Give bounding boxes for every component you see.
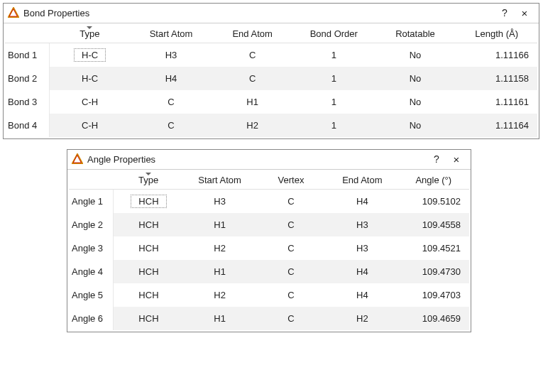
cell-end[interactable]: H3: [327, 213, 397, 236]
bond-titlebar: Bond Properties ? ×: [4, 4, 539, 23]
cell-length[interactable]: 1.11164: [456, 114, 537, 137]
cell-end[interactable]: C: [212, 67, 293, 90]
angle-col-vertex[interactable]: Vertex: [256, 171, 327, 190]
cell-type[interactable]: HCH: [113, 190, 184, 214]
row-label: Angle 1: [69, 190, 113, 214]
help-button[interactable]: ?: [427, 152, 446, 166]
cell-start[interactable]: H4: [131, 67, 212, 90]
row-label: Bond 2: [5, 67, 49, 90]
cell-length[interactable]: 1.11158: [456, 67, 537, 90]
cell-angle[interactable]: 109.4521: [398, 236, 469, 260]
cell-start[interactable]: H1: [184, 307, 255, 330]
table-row[interactable]: Bond 3 C-H C H1 1 No 1.11161: [5, 90, 537, 114]
bond-col-start[interactable]: Start Atom: [131, 25, 212, 43]
obscured-text: [131, 141, 540, 148]
cell-order[interactable]: 1: [293, 67, 375, 90]
help-button[interactable]: ?: [495, 6, 515, 20]
cell-start[interactable]: H1: [184, 260, 255, 283]
app-icon: [8, 7, 19, 18]
row-label: Bond 4: [5, 114, 49, 137]
table-row[interactable]: Bond 2 H-C H4 C 1 No 1.11158: [5, 67, 537, 90]
angle-titlebar: Angle Properties ? ×: [67, 150, 471, 170]
close-button[interactable]: ×: [515, 6, 534, 20]
cell-end[interactable]: H4: [327, 190, 397, 214]
cell-vertex[interactable]: C: [256, 190, 327, 214]
row-label: Angle 2: [69, 213, 113, 236]
angle-properties-dialog: Angle Properties ? × Type Start Atom Ver…: [67, 149, 471, 332]
cell-start[interactable]: C: [131, 90, 212, 114]
cell-type[interactable]: HCH: [113, 283, 184, 307]
cell-vertex[interactable]: C: [256, 236, 327, 260]
cell-type[interactable]: C-H: [49, 114, 131, 137]
row-label: Angle 4: [69, 260, 113, 283]
bond-title: Bond Properties: [23, 8, 89, 18]
bond-col-rotatable[interactable]: Rotatable: [375, 25, 456, 43]
bond-col-length[interactable]: Length (Å): [456, 25, 537, 43]
cell-start[interactable]: H2: [184, 236, 255, 260]
row-label: Angle 5: [69, 283, 113, 307]
angle-table: Type Start Atom Vertex End Atom Angle (°…: [69, 171, 469, 330]
table-row[interactable]: Angle 1 HCH H3 C H4 109.5102: [69, 190, 469, 214]
bond-properties-dialog: Bond Properties ? × Type Start Atom End …: [3, 3, 539, 139]
cell-end[interactable]: H4: [327, 283, 397, 307]
table-row[interactable]: Angle 5 HCH H2 C H4 109.4703: [69, 283, 469, 307]
cell-vertex[interactable]: C: [256, 283, 327, 307]
angle-col-angle[interactable]: Angle (°): [398, 171, 469, 190]
close-button[interactable]: ×: [446, 152, 466, 166]
cell-order[interactable]: 1: [293, 114, 375, 137]
cell-end[interactable]: H4: [327, 260, 397, 283]
cell-angle[interactable]: 109.4659: [398, 307, 469, 330]
cell-end[interactable]: H1: [212, 90, 293, 114]
cell-type[interactable]: HCH: [113, 307, 184, 330]
angle-col-end[interactable]: End Atom: [327, 171, 397, 190]
cell-angle[interactable]: 109.5102: [398, 190, 469, 214]
cell-start[interactable]: C: [131, 114, 212, 137]
cell-rotatable[interactable]: No: [375, 114, 456, 137]
row-label: Angle 6: [69, 307, 113, 330]
cell-end[interactable]: H2: [212, 114, 293, 137]
cell-rotatable[interactable]: No: [375, 90, 456, 114]
cell-angle[interactable]: 109.4558: [398, 213, 469, 236]
cell-order[interactable]: 1: [293, 43, 375, 67]
table-row[interactable]: Bond 4 C-H C H2 1 No 1.11164: [5, 114, 537, 137]
cell-vertex[interactable]: C: [256, 213, 327, 236]
cell-vertex[interactable]: C: [256, 307, 327, 330]
angle-col-blank: [69, 171, 113, 190]
angle-col-start[interactable]: Start Atom: [184, 171, 255, 190]
cell-start[interactable]: H3: [131, 43, 212, 67]
cell-angle[interactable]: 109.4703: [398, 283, 469, 307]
table-row[interactable]: Angle 3 HCH H2 C H3 109.4521: [69, 236, 469, 260]
table-row[interactable]: Angle 4 HCH H1 C H4 109.4730: [69, 260, 469, 283]
row-label: Bond 1: [5, 43, 49, 67]
table-row[interactable]: Angle 2 HCH H1 C H3 109.4558: [69, 213, 469, 236]
bond-col-end[interactable]: End Atom: [212, 25, 293, 43]
cell-rotatable[interactable]: No: [375, 43, 456, 67]
bond-col-type[interactable]: Type: [49, 25, 131, 43]
cell-type[interactable]: H-C: [49, 67, 131, 90]
cell-angle[interactable]: 109.4730: [398, 260, 469, 283]
cell-type[interactable]: HCH: [113, 260, 184, 283]
bond-col-blank: [5, 25, 49, 43]
cell-type[interactable]: HCH: [113, 213, 184, 236]
cell-start[interactable]: H1: [184, 213, 255, 236]
angle-col-type[interactable]: Type: [113, 171, 184, 190]
bond-table: Type Start Atom End Atom Bond Order Rota…: [5, 25, 537, 137]
cell-vertex[interactable]: C: [256, 260, 327, 283]
cell-rotatable[interactable]: No: [375, 67, 456, 90]
cell-type[interactable]: H-C: [49, 43, 131, 67]
cell-length[interactable]: 1.11166: [456, 43, 537, 67]
cell-order[interactable]: 1: [293, 90, 375, 114]
cell-end[interactable]: H2: [327, 307, 397, 330]
cell-start[interactable]: H3: [184, 190, 255, 214]
cell-start[interactable]: H2: [184, 283, 255, 307]
bond-col-order[interactable]: Bond Order: [293, 25, 375, 43]
cell-type[interactable]: HCH: [113, 236, 184, 260]
cell-end[interactable]: C: [212, 43, 293, 67]
table-row[interactable]: Bond 1 H-C H3 C 1 No 1.11166: [5, 43, 537, 67]
cell-type[interactable]: C-H: [49, 90, 131, 114]
table-row[interactable]: Angle 6 HCH H1 C H2 109.4659: [69, 307, 469, 330]
cell-end[interactable]: H3: [327, 236, 397, 260]
row-label: Bond 3: [5, 90, 49, 114]
row-label: Angle 3: [69, 236, 113, 260]
cell-length[interactable]: 1.11161: [456, 90, 537, 114]
